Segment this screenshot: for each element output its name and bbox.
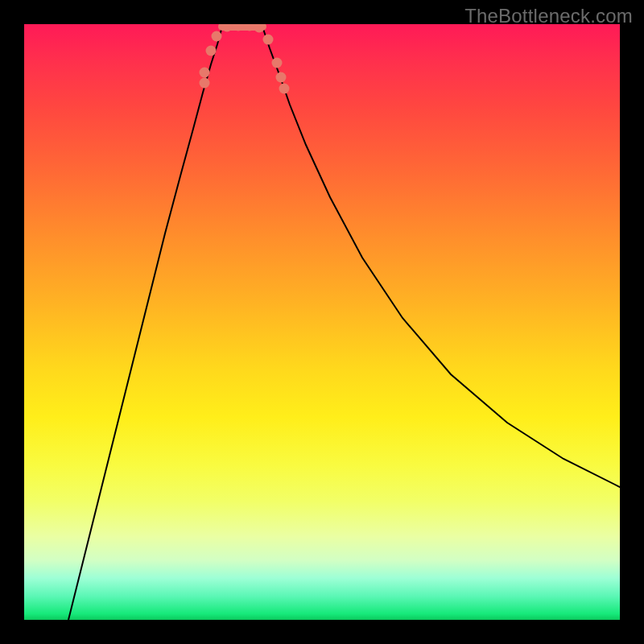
marker-dot xyxy=(272,58,283,68)
plot-area xyxy=(24,24,620,620)
series-lines xyxy=(68,27,620,620)
curve-right-ascent xyxy=(262,27,620,487)
marker-dot xyxy=(263,35,274,45)
watermark-text: TheBottleneck.com xyxy=(464,5,633,27)
curve-left-descent xyxy=(68,27,222,620)
marker-dot xyxy=(206,46,217,56)
marker-dot xyxy=(222,24,233,32)
marker-dot xyxy=(279,84,290,94)
marker-dot xyxy=(254,24,265,33)
marker-dot xyxy=(200,68,210,78)
marker-dot xyxy=(212,31,222,42)
curve-layer xyxy=(24,24,620,620)
marker-dot xyxy=(200,78,210,89)
chart-frame: TheBottleneck.com xyxy=(0,0,644,644)
marker-dot xyxy=(276,72,287,83)
